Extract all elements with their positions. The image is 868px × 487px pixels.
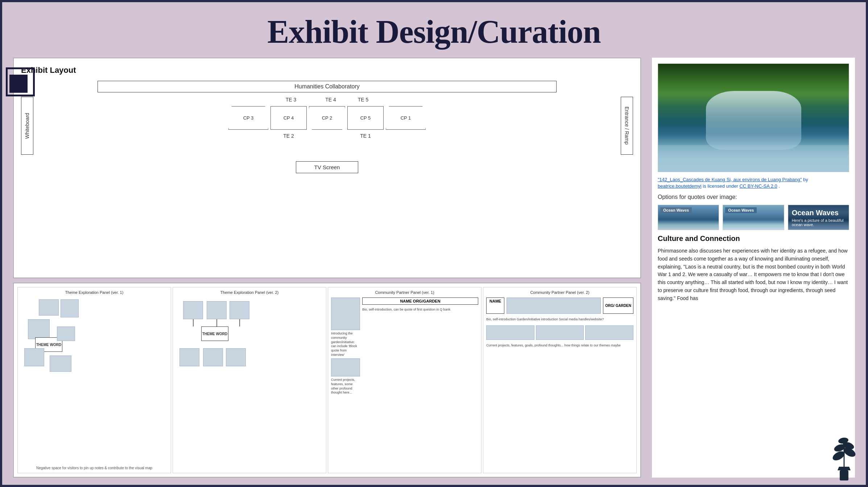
culture-text: Phimmasone also discusses her experience…: [658, 247, 849, 302]
svg-marker-1: [838, 467, 851, 470]
slide-body: Exhibit Layout Humanities Collaboratory …: [2, 58, 866, 485]
wave-thumb-2[interactable]: Ocean Waves: [723, 205, 784, 230]
connector-line-3: [239, 319, 240, 326]
cp2-img1: [486, 325, 534, 340]
exhibit-layout-title: Exhibit Layout: [21, 66, 633, 75]
layout-middle: Whiteboard TE 3 TE 4: [21, 97, 633, 155]
wave-label-3-desc: Here's a picture of a beautiful ocean wa…: [792, 218, 847, 227]
wave-thumb-3[interactable]: Ocean Waves Here's a picture of a beauti…: [788, 205, 849, 230]
cp2-org-box: ORG/ GARDEN: [603, 297, 633, 314]
cp-panel-v2-title: Community Partner Panel (ver. 2): [486, 290, 633, 295]
plant-decoration: [830, 430, 859, 481]
cp5-panel: CP 5: [347, 106, 384, 130]
waterfall-cascade: [706, 91, 801, 150]
entrance-label: Entrance / Ramp: [621, 97, 633, 155]
wave-label-1: Ocean Waves: [660, 207, 692, 213]
tv-screen-row: TV Screen: [296, 161, 359, 173]
cp3-panel: CP 3: [228, 106, 268, 130]
image-caption-licensed: is licensed under: [703, 183, 739, 189]
slide-title: Exhibit Design/Curation: [2, 2, 866, 58]
humanities-bar: Humanities Collaboratory: [98, 81, 557, 92]
svg-rect-0: [840, 470, 848, 480]
slide-container: Exhibit Design/Curation Exhibit Layout H…: [0, 0, 868, 487]
theme-panel-v1: Theme Exploration Panel (ver. 1) THEME W…: [17, 287, 171, 473]
wave-thumb-1[interactable]: Ocean Waves: [658, 205, 719, 230]
te4-label: TE 4: [325, 97, 336, 103]
right-panel: "142_Laos_Cascades de Kuang Si, aux envi…: [652, 58, 855, 478]
theme-panel-v2: Theme Exploration Panel (ver. 2) THEME W…: [173, 287, 326, 473]
cp2-img2: [536, 325, 584, 340]
wave-label-2: Ocean Waves: [725, 207, 757, 213]
panels-area: TE 3 TE 4 TE 5: [33, 97, 621, 155]
theme-word-box-v2: THEME WORD: [201, 326, 228, 341]
tp1-sq1: [39, 299, 59, 316]
cp-panel-v2: Community Partner Panel (ver. 2) NAME OR…: [483, 287, 637, 473]
tp2-sq6: [226, 348, 246, 366]
waterfall-image: [658, 63, 849, 172]
options-label: Options for quotes over image:: [658, 194, 849, 200]
tp2-sq3: [230, 301, 249, 319]
layout-diagram: Humanities Collaboratory Whiteboard TE 3: [21, 81, 633, 173]
tp2-sq2: [207, 301, 227, 319]
cp1-panel: CP 1: [386, 106, 426, 130]
cp2-name-box: NAME: [486, 297, 504, 314]
exhibit-layout-box: Exhibit Layout Humanities Collaboratory …: [13, 58, 641, 278]
cp-panel-v1-title: Community Partner Panel (ver. 1): [331, 290, 478, 295]
cp4-panel: CP 4: [270, 106, 307, 130]
image-caption-by: by: [803, 177, 808, 182]
tp2-sq1: [183, 301, 203, 319]
image-caption: "142_Laos_Cascades de Kuang Si, aux envi…: [658, 176, 849, 190]
cp2-photo: [507, 297, 601, 314]
tp2-sq5: [203, 348, 223, 366]
culture-heading: Culture and Connection: [658, 234, 849, 243]
cp1-name-box: NAME ORG/GARDEN: [362, 297, 478, 305]
cp2-current-text: Current projects, features, goals, profo…: [486, 344, 633, 348]
image-caption-link3[interactable]: CC BY-NC-SA 2.0: [739, 183, 777, 189]
cp2-bio-text: Bio, self-introduction Garden/initiative…: [486, 317, 633, 322]
te1-label: TE 1: [360, 133, 371, 139]
theme-panel-v1-caption: Negative space for visitors to pin up no…: [21, 465, 168, 470]
wave-options-row: Ocean Waves Ocean Waves Ocean Waves Here…: [658, 205, 849, 230]
te2-label: TE 2: [283, 133, 294, 139]
cp2-img3: [585, 325, 633, 340]
tp2-sq4: [179, 348, 199, 366]
image-caption-link2[interactable]: beatrice.boutetdemyi: [658, 183, 702, 189]
waterfall-pool: [658, 145, 849, 172]
image-caption-link1[interactable]: "142_Laos_Cascades de Kuang Si, aux envi…: [658, 177, 802, 182]
theme-panel-v1-title: Theme Exploration Panel (ver. 1): [21, 290, 168, 295]
cp1-current-text: Current projects, features, some other p…: [331, 378, 360, 395]
tp1-sq4: [24, 348, 44, 366]
connector-line-2: [216, 319, 217, 326]
whiteboard-label: Whiteboard: [21, 97, 33, 155]
cp1-extra-img: [331, 358, 360, 376]
wave-label-3-title: Ocean Waves: [792, 209, 839, 217]
te3-label: TE 3: [286, 97, 297, 103]
tp1-sq5: [50, 355, 71, 372]
image-caption-period: .: [778, 183, 780, 189]
te5-label: TE 5: [358, 97, 369, 103]
left-panel: Exhibit Layout Humanities Collaboratory …: [13, 58, 641, 478]
cp1-photo: [331, 297, 360, 330]
connector-line-1: [193, 319, 194, 326]
bottom-panels-row: Theme Exploration Panel (ver. 1) THEME W…: [13, 283, 641, 478]
tp1-sq6: [57, 326, 75, 341]
cp1-intro-text: Introducing the community garden/initiat…: [331, 332, 360, 357]
theme-panel-v2-title: Theme Exploration Panel (ver. 2): [176, 290, 323, 295]
tv-screen-box: TV Screen: [296, 161, 359, 173]
cp2-panel: CP 2: [309, 106, 345, 130]
tp1-sq2: [61, 299, 79, 317]
tp1-sq3: [28, 319, 50, 339]
cp-panel-v1: Community Partner Panel (ver. 1) Introdu…: [328, 287, 481, 473]
cp1-bio-text: Bio, self-introduction, can be quote of …: [362, 308, 478, 312]
